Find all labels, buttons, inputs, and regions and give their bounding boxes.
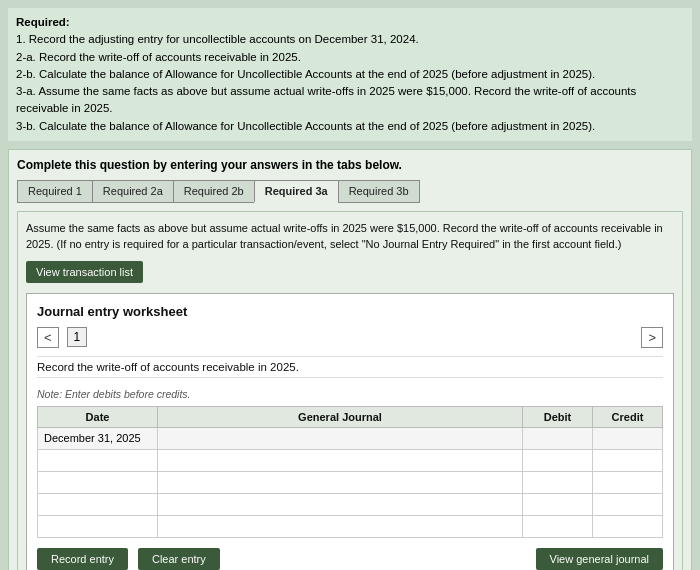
table-row: December 31, 2025	[38, 427, 663, 449]
instruction-2b: 2-b. Calculate the balance of Allowance …	[16, 68, 595, 80]
view-general-journal-button[interactable]: View general journal	[536, 548, 663, 570]
journal-input-4[interactable]	[164, 498, 516, 510]
tab-required3b[interactable]: Required 3b	[338, 180, 420, 203]
table-row	[38, 515, 663, 537]
journal-cell-4[interactable]	[158, 493, 523, 515]
tab-content: Assume the same facts as above but assum…	[17, 211, 683, 570]
journal-table: Date General Journal Debit Credit Decemb…	[37, 406, 663, 538]
debit-cell-2[interactable]	[523, 449, 593, 471]
debit-input-5[interactable]	[529, 520, 586, 532]
date-cell-2	[38, 449, 158, 471]
page-wrapper: Required: 1. Record the adjusting entry …	[0, 0, 700, 570]
credit-input-2[interactable]	[599, 454, 656, 466]
journal-input-5[interactable]	[164, 520, 516, 532]
date-cell-3	[38, 471, 158, 493]
journal-worksheet: Journal entry worksheet < 1 > Record the…	[26, 293, 674, 570]
journal-title: Journal entry worksheet	[37, 304, 663, 319]
next-button[interactable]: >	[641, 327, 663, 348]
debit-input-1[interactable]	[529, 432, 586, 444]
instruction-2a: 2-a. Record the write-off of accounts re…	[16, 51, 301, 63]
required-section: Required: 1. Record the adjusting entry …	[8, 8, 692, 141]
journal-input-2[interactable]	[164, 454, 516, 466]
credit-cell-2[interactable]	[593, 449, 663, 471]
journal-input-3[interactable]	[164, 476, 516, 488]
journal-cell-1[interactable]	[158, 427, 523, 449]
credit-cell-5[interactable]	[593, 515, 663, 537]
credit-input-4[interactable]	[599, 498, 656, 510]
journal-input-1[interactable]	[164, 432, 516, 444]
table-row	[38, 449, 663, 471]
tabs-row: Required 1 Required 2a Required 2b Requi…	[17, 180, 683, 203]
date-cell-4	[38, 493, 158, 515]
table-row	[38, 471, 663, 493]
col-debit: Debit	[523, 406, 593, 427]
journal-cell-3[interactable]	[158, 471, 523, 493]
credit-cell-1[interactable]	[593, 427, 663, 449]
bottom-buttons: Record entry Clear entry View general jo…	[37, 548, 663, 570]
record-description: Record the write-off of accounts receiva…	[37, 356, 663, 378]
prev-button[interactable]: <	[37, 327, 59, 348]
nav-row: < 1 >	[37, 327, 663, 348]
debit-cell-5[interactable]	[523, 515, 593, 537]
tab-required3a[interactable]: Required 3a	[254, 180, 338, 203]
debit-cell-3[interactable]	[523, 471, 593, 493]
tab-required1[interactable]: Required 1	[17, 180, 92, 203]
debit-input-2[interactable]	[529, 454, 586, 466]
tab-required2a[interactable]: Required 2a	[92, 180, 173, 203]
credit-input-5[interactable]	[599, 520, 656, 532]
date-cell-5	[38, 515, 158, 537]
credit-input-3[interactable]	[599, 476, 656, 488]
journal-cell-5[interactable]	[158, 515, 523, 537]
complete-box: Complete this question by entering your …	[8, 149, 692, 570]
view-transaction-button[interactable]: View transaction list	[26, 261, 143, 283]
instruction-1: 1. Record the adjusting entry for uncoll…	[16, 33, 419, 45]
credit-cell-4[interactable]	[593, 493, 663, 515]
record-entry-button[interactable]: Record entry	[37, 548, 128, 570]
credit-input-1[interactable]	[599, 432, 656, 444]
credit-cell-3[interactable]	[593, 471, 663, 493]
col-date: Date	[38, 406, 158, 427]
col-journal: General Journal	[158, 406, 523, 427]
col-credit: Credit	[593, 406, 663, 427]
instruction-3a: 3-a. Assume the same facts as above but …	[16, 85, 636, 114]
date-cell-1: December 31, 2025	[38, 427, 158, 449]
nav-current: 1	[67, 327, 88, 347]
journal-cell-2[interactable]	[158, 449, 523, 471]
complete-prompt: Complete this question by entering your …	[17, 158, 683, 172]
clear-entry-button[interactable]: Clear entry	[138, 548, 220, 570]
debit-cell-1[interactable]	[523, 427, 593, 449]
tab-required2b[interactable]: Required 2b	[173, 180, 254, 203]
debit-cell-4[interactable]	[523, 493, 593, 515]
tab-description: Assume the same facts as above but assum…	[26, 220, 674, 253]
debit-input-3[interactable]	[529, 476, 586, 488]
table-row	[38, 493, 663, 515]
debit-input-4[interactable]	[529, 498, 586, 510]
required-header: Required:	[16, 16, 70, 28]
note-text: Note: Enter debits before credits.	[37, 388, 663, 400]
instruction-3b: 3-b. Calculate the balance of Allowance …	[16, 120, 595, 132]
